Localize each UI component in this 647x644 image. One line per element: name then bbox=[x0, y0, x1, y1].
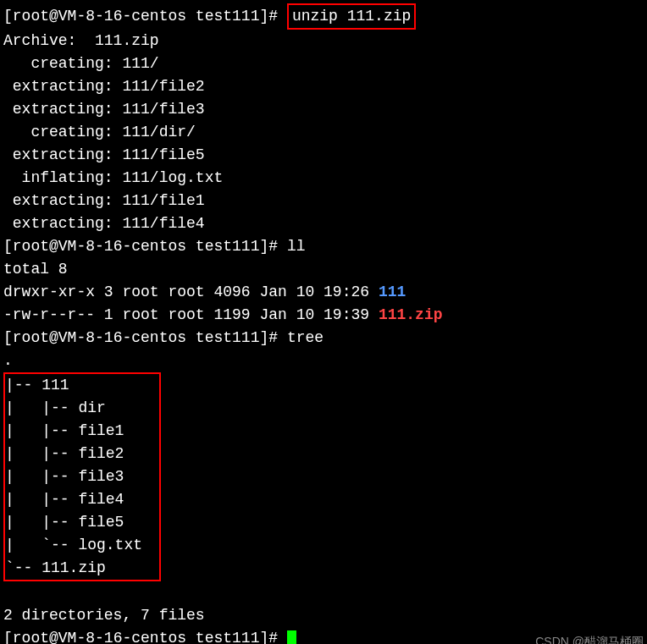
tree-line: | |-- file5 bbox=[5, 511, 142, 534]
archive-line: Archive: 111.zip bbox=[3, 30, 644, 52]
dir-name: 111 bbox=[379, 283, 406, 300]
output-line: creating: 111/ bbox=[3, 52, 644, 75]
tree-line: | |-- file3 bbox=[5, 465, 142, 488]
total-line: total 8 bbox=[3, 258, 644, 281]
watermark: CSDN @醋溜马桶圈 bbox=[535, 633, 644, 644]
command: tree bbox=[278, 329, 324, 346]
output-line: extracting: 111/file1 bbox=[3, 190, 644, 212]
ll-row: -rw-r--r-- 1 root root 1199 Jan 10 19:39… bbox=[3, 304, 644, 327]
tree-line: | `-- log.txt bbox=[5, 534, 142, 557]
output-line: creating: 111/dir/ bbox=[3, 121, 644, 144]
blank-line bbox=[3, 581, 644, 604]
output-line: extracting: 111/file2 bbox=[3, 75, 644, 98]
output-line: inflating: 111/log.txt bbox=[3, 167, 644, 190]
bracket-close: ]# bbox=[259, 8, 278, 25]
tree-line: | |-- file4 bbox=[5, 488, 142, 511]
tree-line: | |-- file1 bbox=[5, 420, 142, 443]
output-line: extracting: 111/file4 bbox=[3, 212, 644, 235]
command-highlight: unzip 111.zip bbox=[287, 3, 416, 30]
prompt-line-1[interactable]: [root@VM-8-16-centos test111]# unzip 111… bbox=[3, 3, 644, 30]
bracket: [ bbox=[3, 8, 13, 25]
tree-line: | |-- dir bbox=[5, 397, 142, 420]
tree-highlight-box: |-- 111 | |-- dir | |-- file1 | |-- file… bbox=[3, 372, 161, 581]
prompt-line-2[interactable]: [root@VM-8-16-centos test111]# ll bbox=[3, 235, 644, 258]
user-host: root@VM-8-16-centos test111 bbox=[13, 8, 260, 25]
cursor-icon bbox=[287, 630, 296, 644]
zip-name: 111.zip bbox=[379, 306, 443, 323]
tree-summary: 2 directories, 7 files bbox=[3, 604, 644, 627]
tree-line: |-- 111 bbox=[5, 374, 142, 397]
command: ll bbox=[278, 238, 305, 255]
output-line: extracting: 111/file5 bbox=[3, 144, 644, 167]
tree-line: | |-- file2 bbox=[5, 443, 142, 465]
tree-line: `-- 111.zip bbox=[5, 557, 142, 580]
prompt-line-3[interactable]: [root@VM-8-16-centos test111]# tree bbox=[3, 327, 644, 350]
tree-dot: . bbox=[3, 350, 644, 372]
ll-row: drwxr-xr-x 3 root root 4096 Jan 10 19:26… bbox=[3, 281, 644, 304]
output-line: extracting: 111/file3 bbox=[3, 98, 644, 121]
